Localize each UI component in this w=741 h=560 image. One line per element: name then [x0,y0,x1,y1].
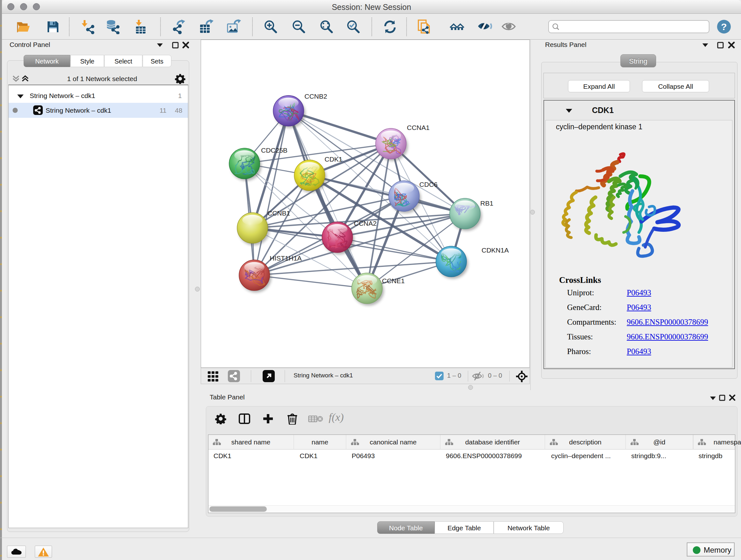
svg-text:CDC25B: CDC25B [261,146,287,154]
svg-text:CCNB1: CCNB1 [267,209,290,217]
svg-text:CCNE1: CCNE1 [382,277,405,285]
svg-text:RB1: RB1 [480,199,493,207]
svg-text:CCNA2: CCNA2 [354,220,377,227]
svg-text:CCNB2: CCNB2 [305,92,327,100]
svg-text:HIST1H1A: HIST1H1A [270,254,301,262]
svg-text:CCNA1: CCNA1 [407,124,429,131]
svg-text:CDK1: CDK1 [325,155,342,163]
svg-text:CDC6: CDC6 [419,181,437,188]
svg-text:CDKN1A: CDKN1A [482,246,509,254]
